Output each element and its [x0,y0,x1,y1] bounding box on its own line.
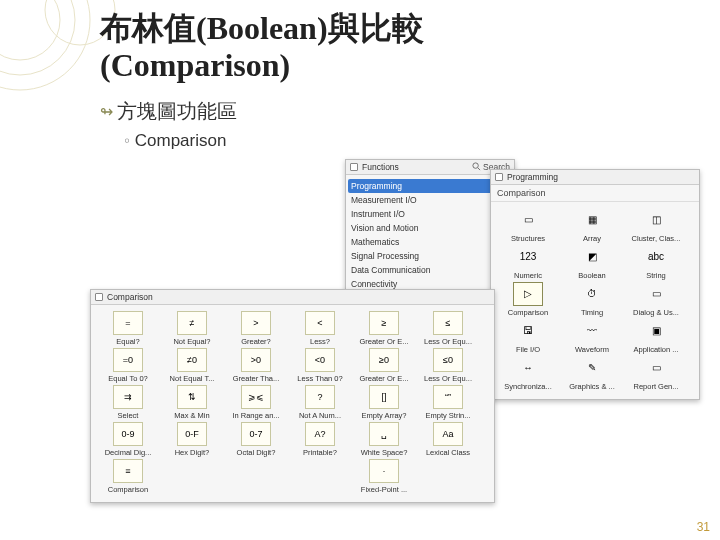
palette-item[interactable]: ✎Graphics & ... [563,356,621,391]
palette-icon: ? [305,385,335,409]
palette-label: Select [99,411,157,420]
palette-icon: = [113,311,143,335]
palette-label: Report Gen... [627,382,685,391]
palette-item[interactable]: ≥0Greater Or E... [355,348,413,383]
panel-header: Functions Search [346,160,514,175]
palette-icon: 〰 [577,319,607,343]
category-item[interactable]: Instrument I/O▶ [348,207,512,221]
palette-icon: ⇅ [177,385,207,409]
category-item[interactable]: Signal Processing▶ [348,249,512,263]
palette-item[interactable]: ⇅Max & Min [163,385,221,420]
palette-icon: abc [641,245,671,269]
palette-item[interactable]: 0-7Octal Digit? [227,422,285,457]
palette-item[interactable]: ≥Greater Or E... [355,311,413,346]
title-line-1: 布林值(Boolean)與比較 [100,10,424,46]
palette-label: Empty Array? [355,411,413,420]
palette-item[interactable]: ▦Array [563,208,621,243]
palette-item[interactable]: ⏱Timing [563,282,621,317]
title-line-2: (Comparison) [100,47,290,83]
palette-label: Equal To 0? [99,374,157,383]
pin-icon[interactable] [95,293,103,301]
palette-icon: ⩾⩽ [241,385,271,409]
palette-icon: 0-9 [113,422,143,446]
programming-grid: ▭Structures▦Array◫Cluster, Clas...123Num… [491,202,699,399]
palette-item[interactable]: 〰Waveform [563,319,621,354]
palette-item[interactable]: A?Printable? [291,422,349,457]
palette-item[interactable]: >Greater? [227,311,285,346]
palette-icon: “” [433,385,463,409]
palette-icon: ✎ [577,356,607,380]
palette-label: Not A Num... [291,411,349,420]
palette-item[interactable]: ≤Less Or Equ... [419,311,477,346]
palette-item[interactable]: 123Numeric [499,245,557,280]
palette-icon: ≡ [113,459,143,483]
palette-item[interactable]: ▭Structures [499,208,557,243]
category-item[interactable]: Mathematics▶ [348,235,512,249]
palette-icon: > [241,311,271,335]
palette-item[interactable]: ⇉Select [99,385,157,420]
sub-item: Comparison [124,131,720,151]
palette-item[interactable]: 0-FHex Digit? [163,422,221,457]
palette-label: Equal? [99,337,157,346]
palette-item[interactable]: ≠0Not Equal T... [163,348,221,383]
palette-item[interactable]: ·Fixed-Point ... [355,459,413,494]
palette-label: File I/O [499,345,557,354]
palette-label: Application ... [627,345,685,354]
palette-label: Empty Strin... [419,411,477,420]
palette-label: Less Or Equ... [419,337,477,346]
breadcrumb: Functions [362,162,399,172]
palette-label: Comparison [499,308,557,317]
palette-item[interactable]: “”Empty Strin... [419,385,477,420]
palette-item[interactable]: ◫Cluster, Clas... [627,208,685,243]
palette-icon: ⏱ [577,282,607,306]
palette-label: Comparison [99,485,157,494]
palette-item[interactable]: 🖫File I/O [499,319,557,354]
palette-item[interactable]: =Equal? [99,311,157,346]
category-item[interactable]: Programming▶ [348,179,512,193]
category-item[interactable]: Measurement I/O▶ [348,193,512,207]
palette-item[interactable]: <0Less Than 0? [291,348,349,383]
palette-item[interactable]: =0Equal To 0? [99,348,157,383]
section-heading: 方塊圖功能區 [100,98,720,125]
palette-icon: 0-F [177,422,207,446]
palette-icon: 0-7 [241,422,271,446]
palette-item[interactable]: ↔Synchroniza... [499,356,557,391]
category-label: Connectivity [351,279,397,289]
palette-icon: ≠0 [177,348,207,372]
palette-item[interactable]: ⩾⩽In Range an... [227,385,285,420]
palette-item[interactable]: ▷Comparison [499,282,557,317]
palette-icon: 🖫 [513,319,543,343]
category-item[interactable]: Vision and Motion▶ [348,221,512,235]
palette-item[interactable]: ≤0Less Or Equ... [419,348,477,383]
palette-item[interactable]: AaLexical Class [419,422,477,457]
palette-item[interactable]: ≠Not Equal? [163,311,221,346]
category-label: Mathematics [351,237,399,247]
palette-item[interactable]: ?Not A Num... [291,385,349,420]
palette-item[interactable]: ▭Report Gen... [627,356,685,391]
palette-item[interactable]: 0-9Decimal Dig... [99,422,157,457]
comparison-palette: Comparison =Equal?≠Not Equal?>Greater?<L… [90,289,495,503]
palette-item[interactable]: []Empty Array? [355,385,413,420]
palette-label: Waveform [563,345,621,354]
palette-item[interactable]: ≡Comparison [99,459,157,494]
breadcrumb: Programming [507,172,558,182]
palette-icon: ≥ [369,311,399,335]
palette-item[interactable]: ◩Boolean [563,245,621,280]
palette-icon: ␣ [369,422,399,446]
pin-icon[interactable] [350,163,358,171]
palette-item[interactable]: ␣White Space? [355,422,413,457]
palette-item[interactable]: ▣Application ... [627,319,685,354]
palette-label: Greater? [227,337,285,346]
category-item[interactable]: Data Communication▶ [348,263,512,277]
palette-item[interactable]: abcString [627,245,685,280]
palette-item[interactable]: <Less? [291,311,349,346]
palette-icon [305,459,335,483]
palette-label: Printable? [291,448,349,457]
palette-item[interactable]: ▭Dialog & Us... [627,282,685,317]
palette-item[interactable]: >0Greater Tha... [227,348,285,383]
palette-icon: ▣ [641,319,671,343]
palette-icon: ↔ [513,356,543,380]
category-label: Programming [351,181,402,191]
palette-title: Comparison [491,185,699,202]
pin-icon[interactable] [495,173,503,181]
